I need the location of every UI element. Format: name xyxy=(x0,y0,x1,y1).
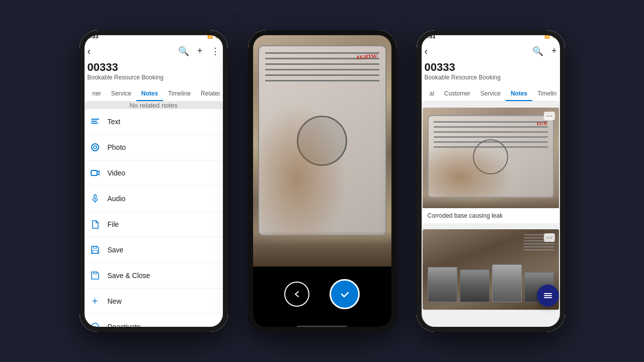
header-actions-3: 🔍 + xyxy=(532,46,557,57)
booking-number-1: 00333 xyxy=(88,61,220,74)
fab-button[interactable] xyxy=(537,285,559,307)
video-icon xyxy=(90,167,101,178)
tabs-1: ner Service Notes Timeline Related xyxy=(88,86,220,102)
svg-rect-14 xyxy=(544,295,552,296)
tab-service-1[interactable]: Service xyxy=(106,86,136,101)
note-image-ac: FUJI xyxy=(423,108,559,208)
camera-capture-button[interactable] xyxy=(330,279,360,309)
add-icon-3[interactable]: + xyxy=(551,46,557,56)
status-icons-3: 📶🔋 xyxy=(544,34,557,39)
empty-notes: No related notes xyxy=(79,102,228,109)
menu-item-deactivate[interactable]: Deactivate xyxy=(79,314,228,332)
menu-item-save-close[interactable]: Save & Close xyxy=(79,263,228,289)
note-card-1: ··· xyxy=(423,108,559,223)
booking-subtitle-1: Bookable Resource Booking xyxy=(88,74,220,81)
menu-label-video: Video xyxy=(108,169,126,177)
save-icon xyxy=(90,244,101,255)
note-2-more-button[interactable]: ··· xyxy=(544,233,554,242)
svg-rect-5 xyxy=(91,170,97,175)
photo-icon xyxy=(90,142,101,153)
booking-number-3: 00333 xyxy=(425,61,557,74)
tab-al-3[interactable]: al xyxy=(425,86,439,101)
svg-point-4 xyxy=(94,146,97,149)
tab-customer-3[interactable]: Customer xyxy=(439,86,475,101)
tab-service-3[interactable]: Service xyxy=(475,86,506,101)
more-icon-1[interactable]: ⋮ xyxy=(211,46,220,57)
menu-label-save-close: Save & Close xyxy=(108,272,150,280)
time-3: 4:51 xyxy=(425,33,436,39)
new-icon: + xyxy=(90,296,101,307)
svg-rect-13 xyxy=(544,293,552,294)
tab-timeline-3[interactable]: Timeline xyxy=(532,86,556,101)
search-icon-3[interactable]: 🔍 xyxy=(532,46,543,57)
camera-controls xyxy=(248,266,396,322)
save-close-icon xyxy=(90,270,101,281)
svg-rect-15 xyxy=(544,297,552,298)
menu-label-deactivate: Deactivate xyxy=(108,323,141,331)
menu-item-video[interactable]: Video xyxy=(79,160,228,186)
menu-label-photo: Photo xyxy=(108,143,126,151)
note-card-2-header: ··· xyxy=(544,233,554,242)
search-icon-1[interactable]: 🔍 xyxy=(178,46,189,57)
note-1-caption: Corroded base causing leak xyxy=(423,208,559,223)
svg-rect-0 xyxy=(91,119,99,120)
text-icon xyxy=(90,116,101,127)
audio-icon xyxy=(90,193,101,204)
tab-timeline-1[interactable]: Timeline xyxy=(163,86,196,101)
header-actions-1: 🔍 + ⋮ xyxy=(178,46,220,57)
svg-rect-1 xyxy=(91,121,97,122)
note-card-1-header: ··· xyxy=(544,112,554,121)
svg-point-3 xyxy=(92,144,99,151)
scene: 4:33 📶🔋 ‹ 🔍 + ⋮ 00333 xyxy=(0,0,644,362)
status-bar-3: 4:51 📶🔋 xyxy=(417,30,565,41)
empty-notes-text: No related notes xyxy=(129,102,177,109)
svg-rect-2 xyxy=(91,123,98,124)
phone-1: 4:33 📶🔋 ‹ 🔍 + ⋮ 00333 xyxy=(79,30,228,332)
time-1: 4:33 xyxy=(88,33,99,39)
tab-notes-3[interactable]: Notes xyxy=(506,86,532,101)
phone-3: 4:51 📶🔋 ‹ 🔍 + 00333 Bookabl xyxy=(417,30,565,332)
menu-label-text: Text xyxy=(108,118,121,126)
menu-item-audio[interactable]: Audio xyxy=(79,186,228,212)
app-header-1: ‹ 🔍 + ⋮ 00333 Bookable Resource Booking … xyxy=(79,41,228,102)
menu-item-save[interactable]: Save xyxy=(79,237,228,263)
tab-ner[interactable]: ner xyxy=(88,86,106,101)
add-icon-1[interactable]: + xyxy=(197,46,203,56)
menu-item-photo[interactable]: Photo xyxy=(79,135,228,160)
file-icon xyxy=(90,219,101,230)
svg-rect-10 xyxy=(93,250,98,253)
tab-notes-1[interactable]: Notes xyxy=(136,86,163,101)
svg-marker-6 xyxy=(97,171,99,175)
menu-label-file: File xyxy=(108,220,119,228)
tabs-3: al Customer Service Notes Timeline xyxy=(425,86,557,102)
status-bar-1: 4:33 📶🔋 xyxy=(79,30,228,41)
tab-related-1[interactable]: Related xyxy=(196,86,219,101)
menu-item-new[interactable]: + New xyxy=(79,289,228,314)
menu-label-audio: Audio xyxy=(108,195,126,203)
menu-item-text[interactable]: Text xyxy=(79,109,228,135)
back-button-3[interactable]: ‹ xyxy=(425,45,428,57)
menu-label-new: New xyxy=(108,297,122,305)
menu-item-file[interactable]: File xyxy=(79,212,228,237)
back-button-1[interactable]: ‹ xyxy=(88,45,91,57)
svg-rect-7 xyxy=(94,195,96,199)
menu-label-save: Save xyxy=(108,246,124,254)
home-bar-2 xyxy=(248,322,396,332)
phone-2: FUJITSU xyxy=(248,30,396,332)
menu-list: Text Photo xyxy=(79,109,228,332)
camera-viewfinder: FUJITSU xyxy=(248,30,396,266)
app-header-3: ‹ 🔍 + 00333 Bookable Resource Booking al… xyxy=(417,41,565,102)
deactivate-icon xyxy=(90,321,101,332)
booking-subtitle-3: Bookable Resource Booking xyxy=(425,74,557,81)
fab-icon xyxy=(543,291,553,301)
camera-back-button[interactable] xyxy=(284,282,309,307)
note-1-more-button[interactable]: ··· xyxy=(544,112,554,120)
status-icons-1: 📶🔋 xyxy=(207,34,220,39)
